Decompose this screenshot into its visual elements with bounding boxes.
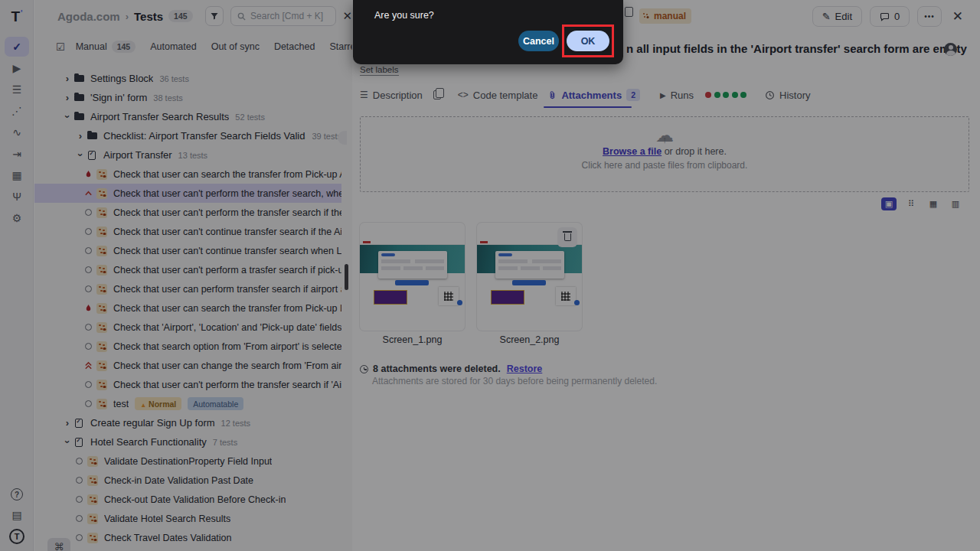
cancel-button[interactable]: Cancel (518, 31, 559, 51)
dialog-title: Are you sure? (374, 10, 434, 21)
annotation-highlight-box (562, 24, 614, 57)
modal-dim-overlay (0, 0, 980, 551)
